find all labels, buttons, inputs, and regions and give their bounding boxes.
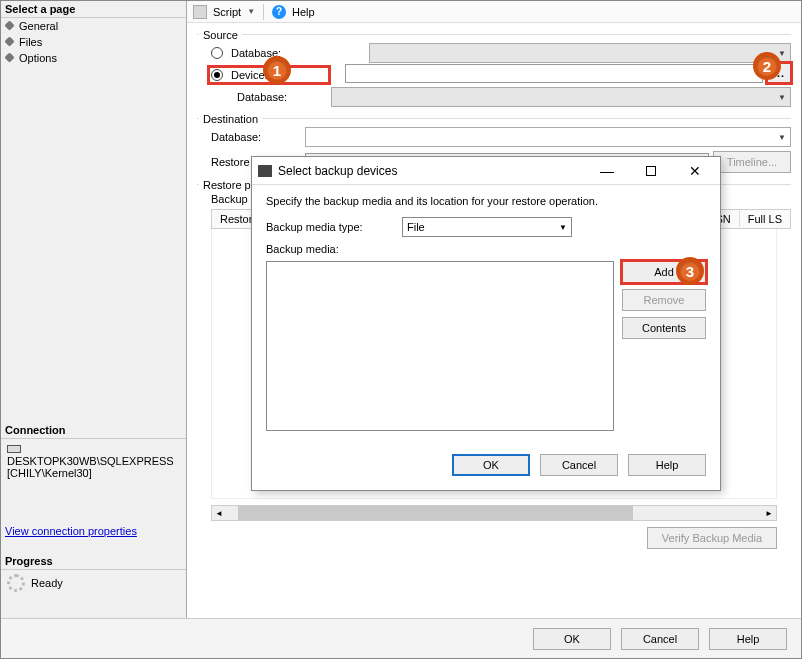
sidebar-item-files[interactable]: Files — [1, 34, 186, 50]
sidebar-item-options[interactable]: Options — [1, 50, 186, 66]
dialog-body: Specify the backup media and its locatio… — [252, 185, 720, 443]
dialog-title: Select backup devices — [278, 164, 397, 178]
connection-title: Connection — [1, 422, 186, 439]
media-type-value: File — [407, 221, 425, 233]
source-database-combo[interactable]: ▼ — [369, 43, 791, 63]
maximize-button[interactable] — [632, 160, 670, 182]
annotation-1: 1 — [263, 56, 291, 84]
script-icon — [193, 5, 207, 19]
select-backup-devices-dialog: Select backup devices — ✕ Specify the ba… — [251, 156, 721, 491]
close-icon: ✕ — [689, 163, 701, 179]
connection-value-row: DESKTOPK30WB\SQLEXPRESS [CHILY\Kernel30] — [1, 439, 186, 483]
toolbar-separator — [263, 4, 264, 20]
media-main-row: Add Remove Contents — [266, 261, 706, 439]
dialog-app-icon — [258, 165, 272, 177]
sidebar-item-general[interactable]: General — [1, 18, 186, 34]
script-dropdown-caret-icon[interactable]: ▼ — [247, 7, 255, 16]
progress-title: Progress — [1, 553, 186, 570]
media-type-row: Backup media type: File ▼ — [266, 217, 706, 237]
sidebar: Select a page General Files Options Conn… — [1, 1, 187, 618]
dest-database-combo[interactable]: ▼ — [305, 127, 791, 147]
device-path-row: ... — [345, 63, 791, 83]
scroll-right-icon[interactable]: ► — [762, 506, 776, 520]
chevron-down-icon: ▼ — [778, 133, 786, 142]
progress-spinner-icon — [7, 574, 25, 592]
help-button[interactable]: Help — [292, 6, 315, 18]
dialog-instruction: Specify the backup media and its locatio… — [266, 195, 706, 207]
minimize-icon: — — [600, 163, 614, 179]
dialog-footer: OK Cancel Help — [252, 443, 720, 490]
main-cancel-button[interactable]: Cancel — [621, 628, 699, 650]
dialog-titlebar[interactable]: Select backup devices — ✕ — [252, 157, 720, 185]
dest-database-label: Database: — [211, 131, 301, 143]
dialog-side-buttons: Add Remove Contents — [622, 261, 706, 439]
main-footer: OK Cancel Help — [1, 618, 801, 658]
main-help-button[interactable]: Help — [709, 628, 787, 650]
toolbar: Script ▼ ? Help — [187, 1, 801, 23]
database-radio[interactable] — [211, 47, 223, 59]
media-type-label: Backup media type: — [266, 221, 396, 233]
minimize-button[interactable]: — — [588, 160, 626, 182]
server-icon — [7, 443, 19, 453]
main-ok-button[interactable]: OK — [533, 628, 611, 650]
dialog-cancel-button[interactable]: Cancel — [540, 454, 618, 476]
sidebar-item-label: Files — [19, 36, 42, 48]
script-button[interactable]: Script — [213, 6, 241, 18]
media-row: Backup media: — [266, 243, 706, 255]
col-fulllsn[interactable]: Full LS — [740, 211, 790, 227]
destination-group-label: Destination — [199, 113, 262, 125]
sidebar-item-label: General — [19, 20, 58, 32]
progress-row: Ready — [1, 570, 186, 596]
dialog-ok-button[interactable]: OK — [452, 454, 530, 476]
progress-status: Ready — [31, 577, 63, 589]
close-button[interactable]: ✕ — [676, 160, 714, 182]
chevron-down-icon: ▼ — [778, 93, 786, 102]
backup-media-listbox[interactable] — [266, 261, 614, 431]
scroll-left-icon[interactable]: ◄ — [212, 506, 226, 520]
timeline-button[interactable]: Timeline... — [713, 151, 791, 173]
nested-database-label: Database: — [237, 91, 327, 103]
maximize-icon — [646, 166, 656, 176]
database-radio-label: Database: — [231, 47, 301, 59]
sidebar-item-label: Options — [19, 52, 57, 64]
select-page-title: Select a page — [1, 1, 186, 18]
source-group-label: Source — [199, 29, 242, 41]
device-path-input[interactable] — [345, 64, 763, 83]
source-database-row: Database: ▼ — [211, 43, 791, 63]
contents-button[interactable]: Contents — [622, 317, 706, 339]
backup-media-label: Backup media: — [266, 243, 339, 255]
nested-database-row: Database: ▼ — [237, 87, 791, 107]
scroll-thumb[interactable] — [238, 506, 633, 520]
connection-value: DESKTOPK30WB\SQLEXPRESS [CHILY\Kernel30] — [7, 455, 174, 479]
media-type-combo[interactable]: File ▼ — [402, 217, 572, 237]
dialog-help-button[interactable]: Help — [628, 454, 706, 476]
chevron-down-icon: ▼ — [559, 223, 567, 232]
verify-backup-media-button[interactable]: Verify Backup Media — [647, 527, 777, 549]
view-connection-properties-link[interactable]: View connection properties — [1, 523, 186, 539]
nested-database-combo[interactable]: ▼ — [331, 87, 791, 107]
annotation-3: 3 — [676, 257, 704, 285]
chevron-down-icon: ▼ — [778, 49, 786, 58]
dest-database-row: Database: ▼ — [211, 127, 791, 147]
annotation-2: 2 — [753, 52, 781, 80]
device-radio[interactable] — [211, 69, 223, 81]
help-icon: ? — [272, 5, 286, 19]
horizontal-scrollbar[interactable]: ◄ ► — [211, 505, 777, 521]
remove-button[interactable]: Remove — [622, 289, 706, 311]
